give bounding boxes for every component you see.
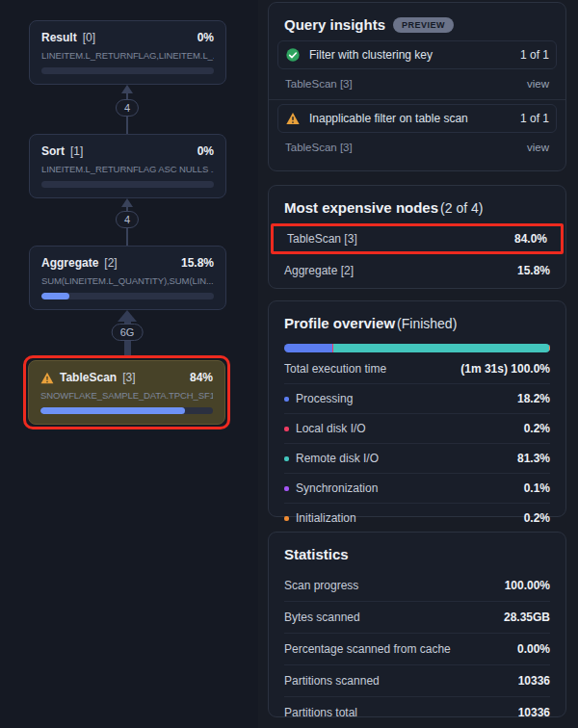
stat-label: Scan progress [284,579,358,592]
stat-row-cache-percentage: Percentage scanned from cache 0.00% [284,634,550,665]
profile-value: (1m 31s) 100.0% [460,362,550,376]
insight-node-ref: TableScan [3] [285,78,353,90]
insight-item-clustering-key[interactable]: Filter with clustering key 1 of 1 [277,40,557,69]
insight-view-link[interactable]: view [527,78,549,90]
node-detail: LINEITEM.L_RETURNFLAG,LINEITEM.L_... [41,50,214,61]
bar-segment-initialization [549,344,550,352]
panel-title: Most expensive nodes [284,199,438,216]
preview-badge: PREVIEW [393,17,454,33]
execution-time-bar [284,344,550,352]
bar-segment-remote-disk [333,344,549,352]
node-id: [3] [122,371,135,384]
node-header: Aggregate [2] 15.8% [41,256,214,270]
panel-title: Statistics [284,546,349,562]
plan-node-tablescan[interactable]: TableScan [3] 84% SNOWFLAKE_SAMPLE_DATA.… [28,360,225,425]
node-detail: SUM(LINEITEM.L_QUANTITY),SUM(LIN... [41,275,214,286]
stat-label: Percentage scanned from cache [284,642,451,656]
node-detail: LINEITEM.L_RETURNFLAG ASC NULLS ... [41,164,214,174]
legend-dot [284,397,289,402]
legend-dot [284,486,289,491]
panel-title-suffix: (Finished) [397,316,457,331]
profile-row-initialization: Initialization 0.2% [284,504,550,533]
stat-row-scan-progress: Scan progress 100.00% [284,570,550,602]
stat-value: 0.00% [517,642,550,656]
expensive-node-label: Aggregate [2] [284,264,354,277]
node-name: Aggregate [41,256,98,270]
node-progress-bar [41,181,214,188]
profile-row-remote-disk-io: Remote disk I/O 81.3% [284,444,550,474]
stat-label: Partitions total [284,706,357,719]
divider [269,99,565,100]
profile-label: Total execution time [284,362,460,376]
profile-value: 0.2% [524,511,550,525]
profile-label: Synchronization [296,481,524,495]
warning-icon [40,372,54,384]
profile-label: Initialization [296,511,524,525]
bar-segment-processing [284,344,332,352]
most-expensive-nodes-panel: Most expensive nodes (2 of 4) TableScan … [268,185,566,289]
node-name: Result [41,31,77,44]
profile-value: 0.2% [524,422,550,435]
stat-label: Partitions scanned [284,674,380,688]
node-name: Sort [41,144,65,158]
node-progress-bar [41,293,214,299]
node-name: TableScan [60,371,117,384]
insight-count: 1 of 1 [520,48,549,62]
profile-row-local-disk-io: Local disk I/O 0.2% [284,414,550,444]
profile-row-synchronization: Synchronization 0.1% [284,474,550,504]
node-detail: SNOWFLAKE_SAMPLE_DATA.TPCH_SF1... [40,390,213,401]
edge-rowcount-label: 4 [116,211,139,228]
node-id: [1] [70,144,83,158]
expensive-row-aggregate[interactable]: Aggregate [2] 15.8% [284,256,550,283]
node-header: Sort [1] 0% [41,144,214,158]
node-percent: 15.8% [181,256,214,270]
node-header: TableScan [3] 84% [40,371,213,384]
warning-icon [285,111,301,126]
stat-row-bytes-scanned: Bytes scanned 28.35GB [284,602,550,634]
edge-rowcount-label: 4 [116,99,139,117]
node-id: [0] [83,31,95,44]
stat-value: 10336 [518,706,550,719]
stat-row-partitions-scanned: Partitions scanned 10336 [284,665,550,697]
node-percent: 84% [190,371,213,384]
profile-label: Processing [296,392,517,405]
panel-title-suffix: (2 of 4) [440,200,483,216]
node-progress-bar [41,67,214,74]
stat-value: 10336 [518,674,550,688]
stat-value: 28.35GB [504,611,550,624]
profile-overview-panel: Profile overview (Finished) Total execut… [268,300,566,517]
plan-node-sort[interactable]: Sort [1] 0% LINEITEM.L_RETURNFLAG ASC NU… [29,134,226,198]
query-plan-canvas: Result [0] 0% LINEITEM.L_RETURNFLAG,LINE… [0,0,258,728]
profile-value: 81.3% [517,452,550,465]
node-progress-fill [41,293,69,299]
statistics-panel: Statistics Scan progress 100.00% Bytes s… [268,532,566,717]
node-progress-bar [40,407,213,414]
profile-value: 18.2% [517,392,550,405]
node-id: [2] [104,256,117,270]
node-progress-fill [40,407,185,414]
panel-title: Query insights [284,16,385,33]
insight-view-link[interactable]: view [527,142,549,153]
check-circle-icon [285,47,301,63]
insight-item-inapplicable-filter[interactable]: Inapplicable filter on table scan 1 of 1 [277,104,557,133]
expensive-row-tablescan-highlighted[interactable]: TableScan [3] 84.0% [271,223,564,254]
plan-node-aggregate[interactable]: Aggregate [2] 15.8% SUM(LINEITEM.L_QUANT… [29,246,226,310]
expensive-node-value: 84.0% [514,232,547,246]
insight-label: Inapplicable filter on table scan [309,112,512,125]
insight-node-ref: TableScan [3] [285,142,353,153]
legend-dot [284,516,289,521]
node-percent: 0% [197,31,214,44]
stat-label: Bytes scanned [284,611,360,624]
node-percent: 0% [197,144,214,158]
profile-row-total: Total execution time (1m 31s) 100.0% [284,354,550,384]
profile-label: Remote disk I/O [296,452,517,465]
query-insights-panel: Query insights PREVIEW Filter with clust… [268,2,566,171]
legend-dot [284,427,289,431]
profile-value: 0.1% [524,481,550,495]
expensive-node-value: 15.8% [517,264,550,277]
expensive-node-label: TableScan [3] [287,232,357,246]
stat-value: 100.00% [505,579,550,592]
profile-label: Local disk I/O [296,422,524,435]
plan-node-result[interactable]: Result [0] 0% LINEITEM.L_RETURNFLAG,LINE… [29,20,226,85]
node-header: Result [0] 0% [41,31,214,44]
